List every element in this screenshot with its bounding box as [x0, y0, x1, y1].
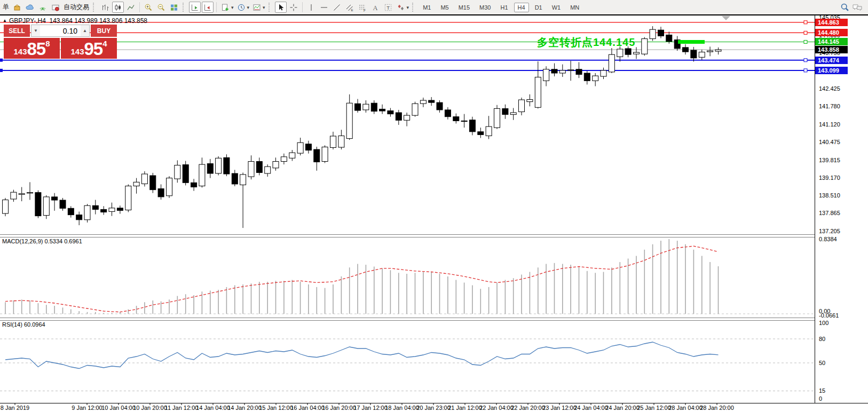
price-tick-137.205: 137.205: [819, 228, 840, 234]
price-tick-141.120: 141.120: [819, 121, 840, 128]
price-marker-143.474: 143.474: [815, 57, 848, 64]
time-label: 24 Jan 04:00: [574, 405, 608, 411]
price-tick-141.780: 141.780: [819, 103, 840, 109]
time-label: 21 Jan 12:00: [448, 405, 482, 411]
indicator-tick-0.8384: 0.8384: [819, 236, 837, 242]
volume-input[interactable]: [40, 25, 81, 36]
indicator-tick-50: 50: [819, 360, 825, 366]
price-tick-139.170: 139.170: [819, 175, 840, 181]
time-label: 9 Jan 12:00: [72, 405, 102, 411]
time-label: 8 Jan 2019: [1, 405, 29, 411]
price-tick-138.510: 138.510: [819, 192, 840, 199]
price-marker-144.145: 144.145: [815, 38, 848, 45]
time-label: 14 Jan 20:00: [227, 405, 262, 411]
time-label: 28 Jan 20:00: [700, 405, 734, 411]
indicator-tick-80: 80: [819, 336, 825, 342]
time-label: 25 Jan 12:00: [637, 405, 671, 411]
time-label: 10 Jan 20:00: [133, 405, 167, 411]
chart-title: ▲GBPJPY-,H4 143.864 143.989 143.806 143.…: [3, 17, 147, 25]
chart-canvas[interactable]: [0, 0, 868, 412]
time-label: 16 Jan 20:00: [322, 405, 356, 411]
macd-pane-separator[interactable]: [0, 234, 868, 237]
time-label: 15 Jan 12:00: [259, 405, 293, 411]
price-marker-144.863: 144.863: [815, 19, 848, 26]
price-axis[interactable]: 145.035144.390143.750143.105142.425141.7…: [815, 15, 868, 403]
time-label: 22 Jan 04:00: [479, 405, 514, 411]
buy-price-main: 95: [84, 40, 102, 58]
ohlc-values: 143.864 143.989 143.806 143.858: [50, 17, 148, 25]
buy-price-panel[interactable]: 143 95 4: [61, 38, 117, 59]
time-label: 28 Jan 04:00: [668, 405, 703, 411]
price-tick-142.425: 142.425: [819, 85, 840, 92]
buy-button[interactable]: BUY: [91, 25, 117, 37]
rsi-indicator-label: RSI(14) 60.0964: [2, 321, 45, 328]
time-label: 17 Jan 12:00: [353, 405, 388, 411]
time-label: 16 Jan 04:00: [290, 405, 325, 411]
collapse-panel-icon[interactable]: ▲: [3, 18, 7, 23]
indicator-tick-0: 0: [819, 395, 822, 402]
indicator-tick-100: 100: [819, 320, 828, 326]
macd-indicator-label: MACD(12,26,9) 0.5334 0.6961: [2, 238, 82, 244]
time-label: 10 Jan 04:00: [101, 405, 136, 411]
price-tick-140.475: 140.475: [819, 139, 840, 145]
sell-price-prefix: 143: [13, 46, 27, 58]
volume-increase-button[interactable]: ▲: [81, 25, 89, 36]
time-label: 24 Jan 20:00: [605, 405, 640, 411]
price-marker-143.099: 143.099: [815, 67, 848, 74]
price-marker-143.858: 143.858: [815, 46, 848, 53]
volume-control: ▼ ▲: [31, 25, 90, 37]
time-axis-line: [0, 403, 868, 403]
sell-price-pip: 8: [45, 39, 50, 47]
time-label: 11 Jan 12:00: [165, 405, 199, 411]
volume-decrease-button[interactable]: ▼: [31, 25, 40, 36]
price-tick-137.865: 137.865: [819, 210, 840, 216]
buy-price-prefix: 143: [70, 46, 84, 58]
price-marker-144.480: 144.480: [815, 29, 848, 36]
buy-price-pip: 4: [102, 39, 107, 47]
time-label: 18 Jan 04:00: [385, 405, 419, 411]
time-label: 20 Jan 23:00: [416, 405, 451, 411]
indicator-tick--0.0661: -0.0661: [819, 312, 839, 319]
sell-price-panel[interactable]: 143 85 8: [4, 38, 60, 59]
time-label: 14 Jan 04:00: [196, 405, 230, 411]
time-label: 22 Jan 20:00: [511, 405, 545, 411]
price-tick-139.815: 139.815: [819, 157, 840, 163]
time-label: 23 Jan 12:00: [542, 405, 577, 411]
sell-price-main: 85: [27, 40, 45, 58]
symbol-period-label: GBPJPY-,H4: [9, 17, 46, 25]
rsi-pane-separator[interactable]: [0, 318, 868, 321]
mt4-window: 单 自动交易: [0, 0, 868, 412]
sell-button[interactable]: SELL: [4, 25, 30, 37]
one-click-trading-panel: SELL ▼ ▲ BUY 143 85 8 143 95 4: [4, 25, 117, 59]
indicator-tick-15: 15: [819, 387, 825, 394]
